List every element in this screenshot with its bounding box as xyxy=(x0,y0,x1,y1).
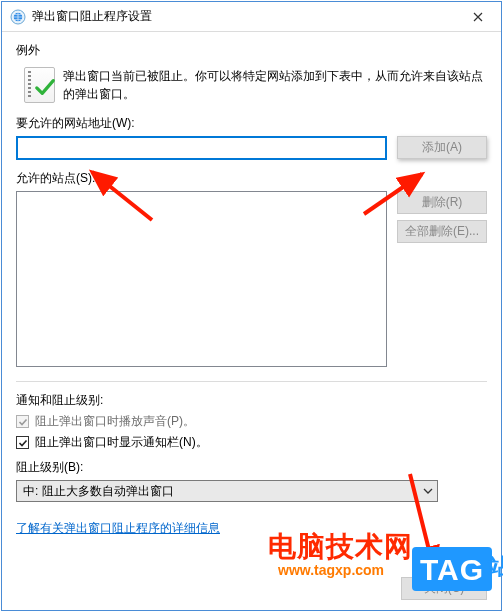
list-buttons: 删除(R) 全部删除(E)... xyxy=(397,191,487,367)
info-row: 弹出窗口当前已被阻止。你可以将特定网站添加到下表中，从而允许来自该站点的弹出窗口… xyxy=(16,65,487,103)
checkbox-show-bar-label: 阻止弹出窗口时显示通知栏(N)。 xyxy=(35,434,208,451)
address-label: 要允许的网站地址(W): xyxy=(16,115,487,132)
block-level-select[interactable]: 中: 阻止大多数自动弹出窗口 xyxy=(16,480,438,502)
block-level-label: 阻止级别(B): xyxy=(16,459,487,476)
notify-label: 通知和阻止级别: xyxy=(16,392,487,409)
allowed-sites-label: 允许的站点(S): xyxy=(16,170,487,187)
checkbox-play-sound-row: 阻止弹出窗口时播放声音(P)。 xyxy=(16,413,487,430)
close-button[interactable] xyxy=(455,2,501,32)
checkbox-show-bar[interactable] xyxy=(16,436,29,449)
learn-more-link[interactable]: 了解有关弹出窗口阻止程序的详细信息 xyxy=(16,520,220,537)
divider xyxy=(16,381,487,382)
remove-button[interactable]: 删除(R) xyxy=(397,191,487,214)
checkbox-play-sound xyxy=(16,415,29,428)
allowed-sites-listbox[interactable] xyxy=(16,191,387,367)
allowed-row: 删除(R) 全部删除(E)... xyxy=(16,191,487,367)
checkbox-play-sound-label: 阻止弹出窗口时播放声音(P)。 xyxy=(35,413,195,430)
notebook-icon xyxy=(24,67,55,103)
checkbox-show-bar-row: 阻止弹出窗口时显示通知栏(N)。 xyxy=(16,434,487,451)
titlebar: 弹出窗口阻止程序设置 xyxy=(2,2,501,32)
remove-all-button[interactable]: 全部删除(E)... xyxy=(397,220,487,243)
close-dialog-button[interactable]: 关闭(C) xyxy=(401,577,487,600)
block-level-row: 中: 阻止大多数自动弹出窗口 xyxy=(16,480,487,502)
block-level-value: 中: 阻止大多数自动弹出窗口 xyxy=(23,483,174,500)
info-text: 弹出窗口当前已被阻止。你可以将特定网站添加到下表中，从而允许来自该站点的弹出窗口… xyxy=(63,65,487,103)
window-title: 弹出窗口阻止程序设置 xyxy=(32,8,455,25)
dialog-content: 例外 弹出窗口当前已被阻止。你可以将特定网站添加到下表中，从而允许来自该站点的弹… xyxy=(2,32,501,610)
close-icon xyxy=(473,12,483,22)
exceptions-label: 例外 xyxy=(16,42,487,59)
app-icon xyxy=(10,9,26,25)
chevron-down-icon xyxy=(423,486,433,496)
popup-blocker-settings-window: 弹出窗口阻止程序设置 例外 弹出窗口当前已被阻止。你可以将特定网站添加到下表中，… xyxy=(1,1,502,611)
address-input[interactable] xyxy=(16,136,387,160)
add-button[interactable]: 添加(A) xyxy=(397,136,487,159)
address-row: 添加(A) xyxy=(16,136,487,160)
